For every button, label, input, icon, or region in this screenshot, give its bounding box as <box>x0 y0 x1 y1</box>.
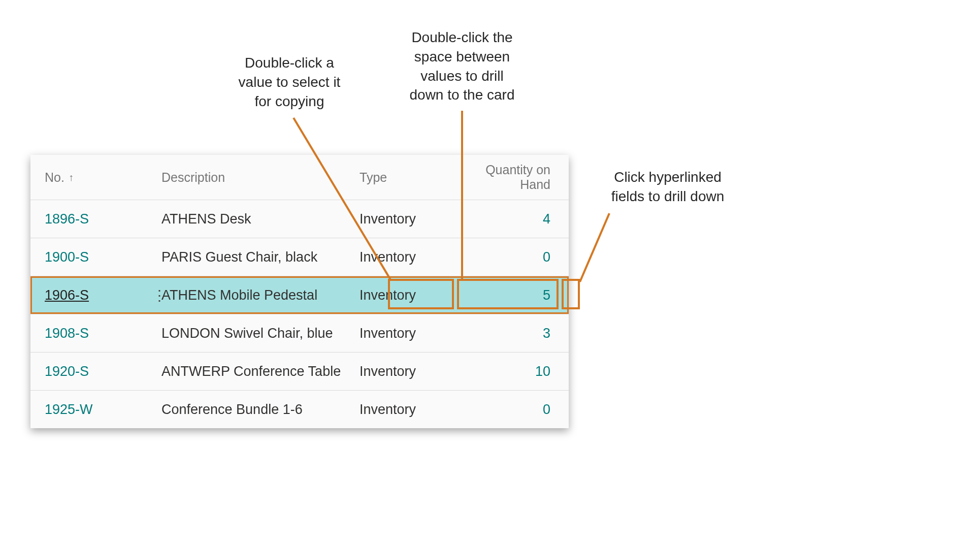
item-no-link[interactable]: 1920-S <box>45 364 89 379</box>
column-header-qty[interactable]: Quantity on Hand <box>466 163 554 192</box>
item-no-link[interactable]: 1900-S <box>45 249 89 265</box>
item-description[interactable]: ATHENS Desk <box>161 211 360 227</box>
table-row[interactable]: 1896-S ATHENS Desk Inventory 4 <box>30 200 569 238</box>
table-row-selected[interactable]: 1906-S ⋮ ATHENS Mobile Pedestal Inventor… <box>30 276 569 314</box>
item-qty-link[interactable]: 5 <box>543 287 550 303</box>
item-type[interactable]: Inventory <box>360 211 466 227</box>
table-header-row: No. ↑ Description Type Quantity on Hand <box>30 155 569 200</box>
item-description[interactable]: ATHENS Mobile Pedestal <box>161 287 360 303</box>
column-header-description[interactable]: Description <box>161 170 360 185</box>
item-type[interactable]: Inventory <box>360 249 466 265</box>
item-description[interactable]: Conference Bundle 1-6 <box>161 402 360 418</box>
callout-drillspace: Double-click thespace betweenvalues to d… <box>391 28 533 105</box>
table-row[interactable]: 1900-S PARIS Guest Chair, black Inventor… <box>30 238 569 276</box>
items-table: No. ↑ Description Type Quantity on Hand … <box>30 155 569 428</box>
callout-hyperlink: Click hyperlinkedfields to drill down <box>594 168 741 206</box>
table-row[interactable]: 1908-S LONDON Swivel Chair, blue Invento… <box>30 314 569 353</box>
column-header-no[interactable]: No. ↑ <box>45 170 161 185</box>
item-type[interactable]: Inventory <box>360 402 466 418</box>
item-type[interactable]: Inventory <box>360 326 466 341</box>
item-qty-link[interactable]: 4 <box>543 211 550 227</box>
item-description[interactable]: ANTWERP Conference Table <box>161 364 360 379</box>
item-description[interactable]: LONDON Swivel Chair, blue <box>161 326 360 341</box>
item-qty-link[interactable]: 10 <box>535 364 550 379</box>
table-row[interactable]: 1920-S ANTWERP Conference Table Inventor… <box>30 353 569 391</box>
item-qty-link[interactable]: 0 <box>543 249 550 265</box>
callout-copy: Double-click avalue to select itfor copy… <box>218 53 361 111</box>
item-no-link[interactable]: 1925-W <box>45 402 93 418</box>
item-no-link[interactable]: 1908-S <box>45 326 89 341</box>
row-actions-menu-icon[interactable]: ⋮ <box>152 287 167 304</box>
item-description[interactable]: PARIS Guest Chair, black <box>161 249 360 265</box>
item-qty-link[interactable]: 3 <box>543 326 550 341</box>
svg-line-2 <box>580 213 609 282</box>
item-type[interactable]: Inventory <box>360 287 466 303</box>
item-no-link[interactable]: 1906-S <box>45 287 89 303</box>
item-qty-link[interactable]: 0 <box>543 402 550 417</box>
sort-ascending-icon: ↑ <box>69 172 74 183</box>
column-header-type[interactable]: Type <box>360 170 466 185</box>
column-header-no-label: No. <box>45 170 64 185</box>
table-row[interactable]: 1925-W Conference Bundle 1-6 Inventory 0 <box>30 391 569 428</box>
item-no-link[interactable]: 1896-S <box>45 211 89 227</box>
item-type[interactable]: Inventory <box>360 364 466 379</box>
